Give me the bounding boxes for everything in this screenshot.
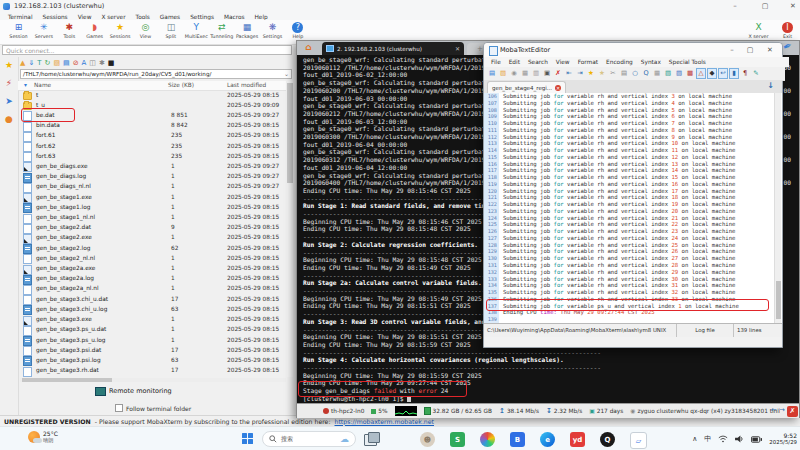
file-row-gen_be_stage3.rh.dat[interactable]: gen_be_stage3.rh.dat172025-05-29 08:15 xyxy=(18,366,286,376)
file-row-gen_be_stage3.psi.dat[interactable]: gen_be_stage3.psi.dat172025-05-29 08:15 xyxy=(18,345,286,355)
file-row-gen_be_stage2.exe[interactable]: gen_be_stage2.exe12025-05-29 08:15 xyxy=(18,233,286,243)
editor-tool-icon-15[interactable]: ▦ xyxy=(652,68,662,79)
file-row-gen_be_stage2_nl.nl[interactable]: gen_be_stage2_nl.nl12025-05-29 08:15 xyxy=(18,253,286,263)
file-row-bin.data[interactable]: bin.data8 8422025-05-29 08:15 xyxy=(18,121,286,131)
file-row-gen_be_stage3.ps_u.log[interactable]: gen_be_stage3.ps_u.log12025-05-29 08:15 xyxy=(18,335,286,345)
taskbar-clock[interactable]: 9:52 2025/5/29 xyxy=(769,432,797,446)
menu-macros[interactable]: Macros xyxy=(224,14,245,20)
start-button[interactable] xyxy=(242,433,254,445)
file-tool-icon-10[interactable]: ■ xyxy=(108,59,115,68)
edge-browser-icon[interactable]: e xyxy=(540,432,555,447)
file-row-gen_be_stage3.exe[interactable]: gen_be_stage3.exe12025-05-29 08:15 xyxy=(18,315,286,325)
youdao-app-icon[interactable]: yd xyxy=(570,432,585,447)
paint-app-icon[interactable] xyxy=(480,432,495,447)
settings-button[interactable]: ❋Settings xyxy=(260,21,285,39)
editor-menu-edit[interactable]: Edit xyxy=(509,59,520,65)
remote-monitoring-button[interactable]: Remote monitoring xyxy=(95,386,172,396)
editor-close-button[interactable]: ✕ xyxy=(762,45,778,55)
monitor-scroll-arrows[interactable]: ← → xyxy=(771,406,785,414)
tray-expand-icon[interactable]: ∧ xyxy=(692,435,697,443)
editor-tool-icon-4[interactable]: ▥ xyxy=(531,68,541,79)
quick-connect-input[interactable]: Quick connect... xyxy=(2,45,292,55)
file-row-gen_be_stage3.ps_u.dat[interactable]: gen_be_stage3.ps_u.dat12025-05-29 08:15 xyxy=(18,325,286,335)
checkbox-icon[interactable] xyxy=(115,404,123,412)
editor-maximize-button[interactable]: ▢ xyxy=(742,45,758,55)
monitor-close-button[interactable]: ✗ xyxy=(787,406,798,417)
file-list-vscrollbar[interactable] xyxy=(287,81,293,377)
task-view-button[interactable] xyxy=(364,434,377,446)
editor-tool-icon-5[interactable]: ▣ xyxy=(542,68,552,79)
editor-tool-icon-14[interactable]: Q xyxy=(641,68,651,79)
file-list-hscrollbar[interactable] xyxy=(20,378,286,382)
green-s-app-icon[interactable]: S xyxy=(450,432,465,447)
editor-tool-icon-9[interactable]: ★ xyxy=(586,68,596,79)
editor-tool-icon-7[interactable]: ⇤ xyxy=(564,68,574,79)
editor-tool-icon-3[interactable]: ▦ xyxy=(520,68,530,79)
editor-tool-icon-10[interactable]: ★ xyxy=(597,68,607,79)
editor-tool-icon-21[interactable]: ↩ xyxy=(718,68,728,79)
contacts-app-icon[interactable]: ☻ xyxy=(420,432,435,447)
menu-tools[interactable]: Tools xyxy=(136,14,150,20)
battery-icon[interactable] xyxy=(751,436,762,443)
editor-menu-file[interactable]: File xyxy=(491,59,501,65)
doc-app-icon[interactable]: ▱ xyxy=(630,432,647,449)
path-bar[interactable]: /THL7/home/clusterwhu/wym/WRFDA/run_20da… xyxy=(20,69,292,79)
file-row-gen_be_stage3.psi.log[interactable]: gen_be_stage3.psi.log632025-05-29 08:15 xyxy=(18,355,286,365)
tools-ball-icon[interactable]: ● xyxy=(0,114,18,124)
exit-button[interactable]: IExit xyxy=(775,21,800,39)
column-name[interactable]: Name xyxy=(34,82,51,88)
tunneling-button[interactable]: ⇄Tunneling xyxy=(209,21,234,39)
terminal-tab[interactable]: 2. 192.168.2.103 (clusterwhu) ✕ xyxy=(322,42,464,55)
menu-terminal[interactable]: Terminal xyxy=(8,14,33,20)
editor-tool-icon-18[interactable]: ▩ xyxy=(685,68,695,79)
editor-tab-close-icon[interactable]: ✕ xyxy=(555,85,561,91)
file-row-gen_be_diags_nl.nl[interactable]: gen_be_diags_nl.nl12025-05-29 09:27 xyxy=(18,182,286,192)
file-tool-icon-5[interactable]: ▤ xyxy=(63,59,70,68)
file-tool-icon-9[interactable]: ✱ xyxy=(99,59,105,68)
sftp-plane-icon[interactable]: ➤ xyxy=(0,96,18,106)
editor-tool-icon-19[interactable]: △ xyxy=(696,68,706,79)
editor-tool-icon-6[interactable]: ✗ xyxy=(553,68,563,79)
file-row-gen_be_stage2.log[interactable]: gen_be_stage2.log622025-05-29 08:15 xyxy=(18,243,286,253)
editor-tool-icon-13[interactable]: ○ xyxy=(630,68,640,79)
tools-button[interactable]: ✱Tools xyxy=(57,21,82,39)
b-app-icon[interactable]: B xyxy=(510,432,525,447)
file-row-gen_be_stage2a_nl.nl[interactable]: gen_be_stage2a_nl.nl12025-05-29 08:15 xyxy=(18,284,286,294)
wifi-icon[interactable] xyxy=(718,435,728,443)
file-tool-icon-2[interactable]: T xyxy=(37,59,41,68)
column-size[interactable]: Size (KB) xyxy=(168,82,194,88)
editor-tool-icon-16[interactable]: ▧ xyxy=(663,68,673,79)
editor-tool-icon-0[interactable]: ▤ xyxy=(487,68,497,79)
qq-app-icon[interactable]: Q xyxy=(600,432,615,447)
editor-tool-icon-1[interactable]: ▨ xyxy=(498,68,508,79)
editor-menu-search[interactable]: Search xyxy=(528,59,548,65)
file-tool-icon-3[interactable]: ↻ xyxy=(45,59,51,68)
menu-x-server[interactable]: X server xyxy=(101,14,125,20)
file-tool-icon-7[interactable]: A xyxy=(82,59,87,68)
file-row-gen_be_stage2a.exe[interactable]: gen_be_stage2a.exe12025-05-29 08:15 xyxy=(18,264,286,274)
editor-tool-icon-17[interactable]: ▧ xyxy=(674,68,684,79)
tab-close-icon[interactable]: ✕ xyxy=(455,45,460,52)
editor-tool-icon-22[interactable]: ▮ xyxy=(729,68,739,79)
session-button[interactable]: ⊞Session xyxy=(6,21,31,39)
file-tool-icon-8[interactable]: ◫ xyxy=(89,59,96,68)
dock-back-icon[interactable]: ⌂ xyxy=(305,42,311,52)
ime-indicator[interactable]: 中 xyxy=(704,434,711,444)
menu-games[interactable]: Games xyxy=(160,14,180,20)
games-button[interactable]: ◗Games xyxy=(82,21,107,39)
file-row-gen_be_stage3.chi_u.log[interactable]: gen_be_stage3.chi_u.log632025-05-29 08:1… xyxy=(18,304,286,314)
file-row-gen_be_diags.log[interactable]: gen_be_diags.log12025-05-29 09:27 xyxy=(18,172,286,182)
split-button[interactable]: ◫Split xyxy=(158,21,183,39)
follow-terminal-folder[interactable]: Follow terminal folder xyxy=(115,404,191,412)
view-button[interactable]: ◎View xyxy=(133,21,158,39)
macros-icon[interactable]: ⚡ xyxy=(0,78,18,88)
volume-icon[interactable] xyxy=(735,435,744,443)
column-modified[interactable]: Last modified xyxy=(227,82,266,88)
file-row-gen_be_stage3.chi_u.dat[interactable]: gen_be_stage3.chi_u.dat172025-05-29 08:1… xyxy=(18,294,286,304)
editor-menu-syntax[interactable]: Syntax xyxy=(641,59,661,65)
file-row-gen_be_stage2.dat[interactable]: gen_be_stage2.dat92025-05-29 08:15 xyxy=(18,223,286,233)
x-server-button[interactable]: XX server xyxy=(746,21,771,39)
sort-arrow-icon[interactable]: ▾ xyxy=(24,82,27,88)
editor-tool-icon-12[interactable]: ▤ xyxy=(619,68,629,79)
file-tool-icon-6[interactable]: ⊘ xyxy=(73,59,79,68)
